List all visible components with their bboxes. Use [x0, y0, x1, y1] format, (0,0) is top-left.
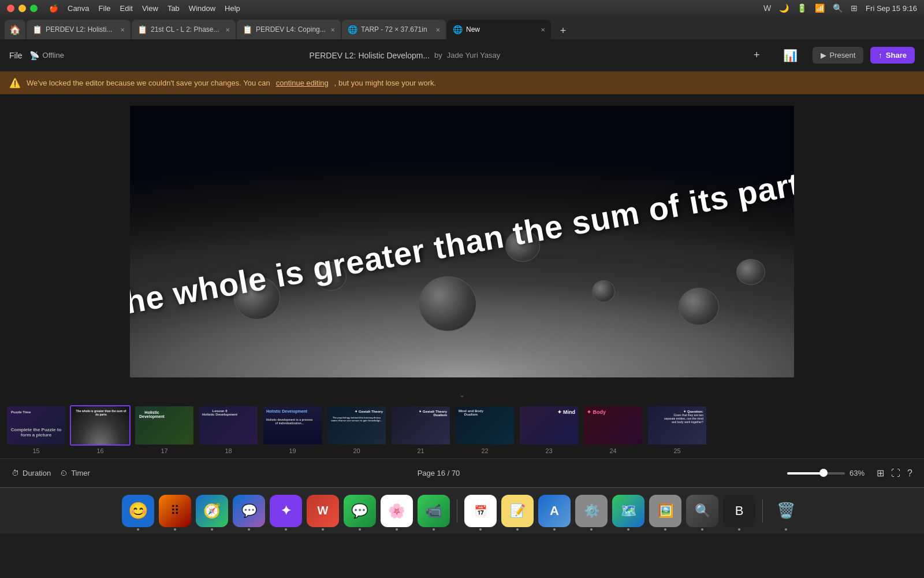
dock-wps[interactable]: W [307, 495, 339, 527]
thumb-label-17: HolisticDevelopment [138, 409, 166, 420]
thumbnail-20[interactable]: ✦ Gestalt Theory The psychology behind t… [326, 405, 387, 454]
thumbnail-17[interactable]: HolisticDevelopment 17 [134, 405, 195, 454]
thumb-label-22: Mind and BodyDualism [457, 408, 485, 417]
thumb-quote-16: The whole is greater than the sum of its… [73, 408, 129, 417]
tab-favicon-4: 🌐 [348, 25, 357, 34]
present-button[interactable]: ▶ Present [813, 47, 864, 64]
thumbnail-15[interactable]: Puzzle Time Complete the Puzzle toform a… [6, 405, 66, 454]
collapse-handle[interactable]: ⌄ [0, 389, 924, 401]
thumb-bg-19: Holistic Development Holistic developmen… [263, 406, 322, 444]
warning-banner: ⚠️ We've locked the editor because we co… [0, 72, 924, 94]
thumbnail-18[interactable]: Lesson 8Holistic Development 18 [198, 405, 259, 454]
home-tab[interactable]: 🏠 [5, 20, 25, 39]
close-window-button[interactable] [7, 5, 14, 12]
thumb-img-25: ✦ Question:Given that they are twosepara… [647, 405, 707, 446]
dock-cleanmymac[interactable]: B [723, 495, 755, 527]
grid-view-button[interactable]: ⊞ [877, 468, 884, 479]
dock-canva[interactable]: ✦ [270, 495, 302, 527]
thumb-bg-22: Mind and BodyDualism [456, 406, 514, 444]
tab-title-4: TARP - 72 × 37.671in [361, 25, 432, 34]
zoom-handle[interactable] [819, 469, 828, 477]
dock-separator-1 [457, 499, 457, 523]
share-button[interactable]: ↑ Share [870, 47, 915, 64]
tab-new[interactable]: 🌐 New × [447, 20, 551, 39]
tab-perdev-l4[interactable]: 📋 PERDEV L4: Coping... × [237, 20, 341, 39]
thumbnail-23[interactable]: ✦ Mind 23 [519, 405, 579, 454]
help-menu[interactable]: Help [225, 4, 240, 13]
thumb-img-16: The whole is greater than the sum of its… [70, 405, 131, 446]
tab-close-4[interactable]: × [435, 25, 440, 34]
offline-status[interactable]: 📡 Offline [29, 51, 64, 60]
dock-safari[interactable]: 🧭 [196, 495, 228, 527]
thumbnail-21[interactable]: ✦ Gestalt TheoryDualism 21 [390, 405, 451, 454]
dock-spotlight[interactable]: 🔍 [686, 495, 718, 527]
thumb-img-24: ✦ Body [583, 405, 643, 446]
canva-menu[interactable]: Canva [68, 4, 90, 13]
zoom-control: 63% [787, 469, 870, 477]
offline-label: Offline [43, 51, 64, 60]
thumb-img-18: Lesson 8Holistic Development [198, 405, 259, 446]
help-button[interactable]: ? [907, 468, 912, 479]
apple-menu[interactable]: 🍎 [49, 4, 58, 13]
bottom-center: Page 16 / 70 [90, 469, 787, 477]
timer-label: Timer [71, 469, 90, 477]
macos-menu: 🍎 Canva File Edit View Tab Window Help [49, 4, 240, 13]
dock-messenger[interactable]: 💬 [233, 495, 265, 527]
tab-menu[interactable]: Tab [167, 4, 180, 13]
tab-21stcl[interactable]: 📋 21st CL - L 2: Phase... × [132, 20, 236, 39]
thumb-bg-25: ✦ Question:Given that they are twosepara… [648, 406, 706, 444]
dock-settings[interactable]: ⚙️ [575, 495, 608, 527]
thumb-label-23: ✦ Mind [556, 408, 577, 416]
continue-editing-link[interactable]: continue editing [276, 79, 329, 87]
present-label: Present [830, 51, 856, 60]
add-button[interactable]: + [746, 45, 768, 65]
thumbnail-24[interactable]: ✦ Body 24 [583, 405, 643, 454]
dock-trash[interactable]: 🗑️ [770, 495, 802, 527]
bottom-toolbar: ⏱ Duration ⏲ Timer Page 16 / 70 63% ⊞ ⛶ … [0, 458, 924, 487]
thumbnail-22[interactable]: Mind and BodyDualism 22 [454, 405, 515, 454]
tab-favicon-5: 🌐 [453, 25, 463, 34]
dock-notes[interactable]: 📝 [501, 495, 534, 527]
dock-photos[interactable]: 🌸 [381, 495, 413, 527]
dock-facetime[interactable]: 📹 [418, 495, 450, 527]
timer-icon: ⏲ [60, 469, 68, 477]
zoom-slider[interactable] [787, 472, 845, 475]
thumbnail-25[interactable]: ✦ Question:Given that they are twosepara… [647, 405, 707, 454]
fullscreen-button[interactable]: ⛶ [891, 468, 900, 479]
view-menu[interactable]: View [142, 4, 158, 13]
tab-close-3[interactable]: × [330, 25, 335, 34]
edit-menu[interactable]: Edit [120, 4, 133, 13]
window-menu[interactable]: Window [189, 4, 215, 13]
thumb-bg-23: ✦ Mind [520, 406, 578, 444]
dock-preview[interactable]: 🖼️ [649, 495, 681, 527]
dock-messages[interactable]: 💬 [344, 495, 376, 527]
timer-button[interactable]: ⏲ Timer [60, 469, 90, 477]
tab-close-5[interactable]: × [541, 25, 545, 34]
dock-calendar[interactable]: 📅 [464, 495, 497, 527]
dock-appstore[interactable]: A [538, 495, 571, 527]
slide-canvas[interactable]: The whole is greater than the sum of its… [130, 106, 794, 377]
dock-findmy[interactable]: 🗺️ [612, 495, 644, 527]
thumb-img-23: ✦ Mind [519, 405, 579, 446]
thumb-num-17: 17 [161, 447, 167, 454]
duration-button[interactable]: ⏱ Duration [12, 469, 51, 477]
tab-close-2[interactable]: × [225, 25, 230, 34]
controlcenter-icon[interactable]: ⊞ [851, 3, 858, 13]
dock-launchpad[interactable]: ⠿ [159, 495, 191, 527]
tab-perdev-l2[interactable]: 📋 PERDEV L2: Holisti... × [27, 20, 131, 39]
slide-text-area: The whole is greater than the sum of its… [130, 106, 794, 377]
file-menu-button[interactable]: File [9, 51, 23, 60]
tab-close-1[interactable]: × [120, 25, 125, 34]
thumbnail-16[interactable]: The whole is greater than the sum of its… [70, 405, 131, 454]
tab-tarp[interactable]: 🌐 TARP - 72 × 37.671in × [342, 20, 446, 39]
thumbnail-19[interactable]: Holistic Development Holistic developmen… [262, 405, 323, 454]
offline-icon: 📡 [29, 51, 39, 60]
thumb-desc-20: The psychology behind this learning theo… [329, 415, 384, 424]
new-tab-button[interactable]: + [554, 22, 572, 39]
fullscreen-window-button[interactable] [30, 5, 38, 12]
minimize-window-button[interactable] [18, 5, 26, 12]
search-icon[interactable]: 🔍 [833, 3, 843, 13]
analytics-button[interactable]: 📊 [775, 45, 806, 66]
dock-finder[interactable]: 😊 [122, 495, 154, 527]
file-menu[interactable]: File [99, 4, 111, 13]
